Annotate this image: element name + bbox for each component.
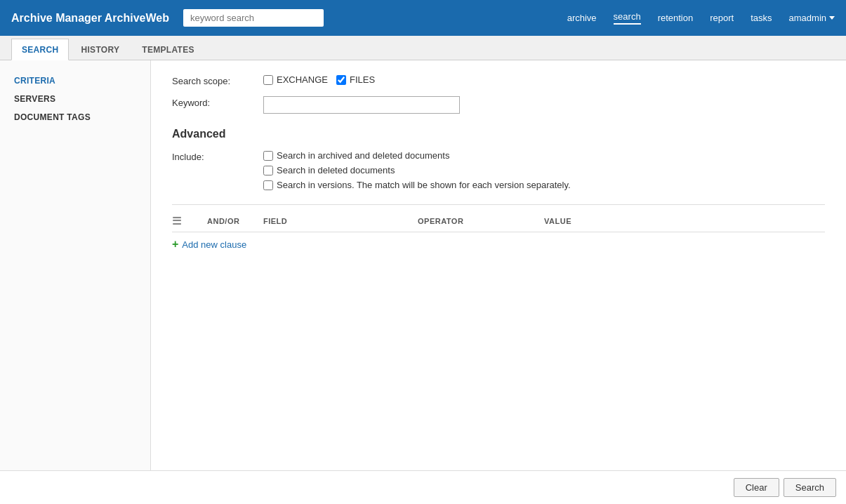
main-layout: CRITERIA SERVERS DOCUMENT TAGS Search sc… [0, 60, 846, 504]
exchange-checkbox-label[interactable]: EXCHANGE [263, 74, 328, 85]
include-row: Include: Search in archived and deleted … [172, 150, 825, 190]
keyword-input[interactable] [263, 96, 460, 114]
global-search-input[interactable] [183, 9, 324, 27]
app-logo: Archive Manager ArchiveWeb [11, 12, 169, 25]
nav-archive[interactable]: archive [567, 13, 597, 23]
clause-col-icon: ☰ [172, 215, 207, 227]
search-scope-controls: EXCHANGE FILES [263, 74, 375, 85]
clause-section: ☰ AND/OR FIELD OPERATOR VALUE + Add new … [172, 204, 825, 251]
include-deleted-label: Search in deleted documents [277, 165, 395, 175]
search-button[interactable]: Search [784, 478, 836, 497]
clause-col-andor: AND/OR [207, 217, 263, 225]
header: Archive Manager ArchiveWeb archive searc… [0, 0, 846, 36]
keyword-row: Keyword: [172, 96, 825, 114]
exchange-checkbox[interactable] [263, 75, 273, 85]
clause-table-header: ☰ AND/OR FIELD OPERATOR VALUE [172, 212, 825, 232]
include-versions-label: Search in versions. The match will be sh… [277, 180, 571, 190]
include-option-1[interactable]: Search in archived and deleted documents [263, 150, 571, 161]
sidebar-item-criteria[interactable]: CRITERIA [0, 72, 150, 90]
footer: Clear Search [0, 470, 846, 504]
nav-retention[interactable]: retention [658, 13, 694, 23]
clear-button[interactable]: Clear [734, 478, 779, 497]
search-scope-row: Search scope: EXCHANGE FILES [172, 74, 825, 86]
tab-bar: SEARCH HISTORY TEMPLATES [0, 36, 846, 60]
include-option-2[interactable]: Search in deleted documents [263, 165, 571, 175]
search-scope-label: Search scope: [172, 74, 263, 86]
chevron-down-icon [829, 16, 835, 20]
include-option-3[interactable]: Search in versions. The match will be sh… [263, 180, 571, 190]
nav-search[interactable]: search [614, 11, 641, 25]
sidebar-item-servers[interactable]: SERVERS [0, 90, 150, 108]
sidebar: CRITERIA SERVERS DOCUMENT TAGS [0, 60, 151, 504]
clause-col-field: FIELD [263, 217, 418, 225]
include-options: Search in archived and deleted documents… [263, 150, 571, 190]
add-clause-label: Add new clause [182, 239, 246, 250]
include-archived-deleted-label: Search in archived and deleted documents [277, 150, 449, 161]
files-label: FILES [350, 74, 375, 85]
header-nav: archive search retention report tasks am… [567, 11, 835, 25]
sidebar-item-document-tags[interactable]: DOCUMENT TAGS [0, 108, 150, 126]
advanced-heading: Advanced [172, 128, 825, 140]
tab-templates[interactable]: TEMPLATES [131, 39, 204, 60]
include-versions-checkbox[interactable] [263, 180, 273, 190]
include-deleted-checkbox[interactable] [263, 166, 273, 175]
tab-history[interactable]: HISTORY [70, 39, 130, 60]
nav-amadmin-label: amadmin [789, 13, 826, 23]
tab-search[interactable]: SEARCH [11, 39, 69, 60]
add-clause-button[interactable]: + Add new clause [172, 238, 246, 251]
include-label: Include: [172, 150, 263, 162]
exchange-label: EXCHANGE [277, 74, 328, 85]
files-checkbox-label[interactable]: FILES [336, 74, 375, 85]
files-checkbox[interactable] [336, 75, 346, 85]
nav-amadmin[interactable]: amadmin [789, 13, 835, 23]
clause-col-value: VALUE [544, 217, 825, 225]
include-archived-deleted-checkbox[interactable] [263, 151, 273, 161]
plus-icon: + [172, 238, 178, 251]
content-area: Search scope: EXCHANGE FILES Keyword: Ad… [151, 60, 846, 504]
nav-report[interactable]: report [710, 13, 734, 23]
nav-tasks[interactable]: tasks [751, 13, 772, 23]
clause-col-operator: OPERATOR [418, 217, 544, 225]
list-icon: ☰ [172, 215, 182, 227]
keyword-label: Keyword: [172, 96, 263, 108]
